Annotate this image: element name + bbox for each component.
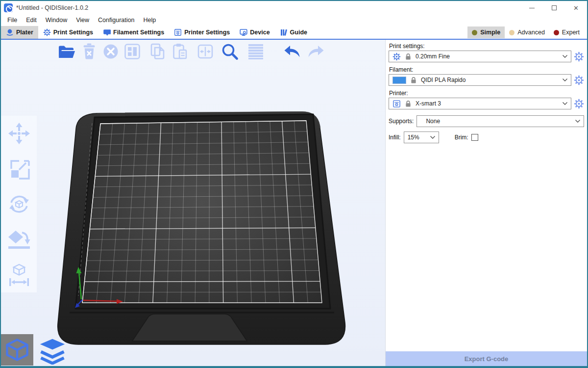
mode-selector: Simple Advanced Expert: [467, 26, 587, 39]
top-toolbar: [1, 42, 385, 62]
export-gcode-button[interactable]: Export G-code: [386, 351, 587, 366]
title-bar: *Untitled - QIDISlicer-1.0.2 ✕: [1, 1, 587, 15]
close-icon: ✕: [573, 4, 579, 12]
print-settings-combo[interactable]: 0.20mm Fine: [389, 51, 571, 62]
place-on-face-gizmo-button[interactable]: [7, 228, 31, 251]
filament-edit-button[interactable]: [574, 75, 584, 85]
mode-label: Simple: [480, 29, 500, 36]
expert-dot-icon: [554, 30, 559, 35]
mode-label: Advanced: [517, 29, 545, 36]
close-button[interactable]: ✕: [565, 1, 587, 15]
lock-icon: [410, 77, 417, 84]
measure-icon: [7, 263, 31, 287]
tab-print-settings[interactable]: Print Settings: [38, 26, 98, 39]
gear-icon: [574, 52, 584, 62]
tab-bar: Plater Print Settings Filament Settings …: [1, 26, 587, 40]
menu-help[interactable]: Help: [139, 15, 160, 26]
tab-filament-settings[interactable]: Filament Settings: [98, 26, 169, 39]
guide-icon: [280, 28, 288, 36]
printer-combo[interactable]: X-smart 3: [389, 98, 571, 109]
mode-expert[interactable]: Expert: [549, 26, 584, 38]
tab-guide[interactable]: Guide: [275, 26, 312, 39]
maximize-icon: [552, 5, 557, 10]
printer-value: X-smart 3: [416, 100, 558, 107]
chevron-down-icon: [562, 78, 568, 82]
open-folder-icon: [57, 42, 76, 61]
chevron-down-icon: [430, 135, 436, 139]
tab-device[interactable]: Device: [235, 26, 274, 39]
undo-icon: [283, 42, 302, 61]
arrange-icon: [122, 42, 142, 61]
brim-checkbox[interactable]: [471, 134, 478, 141]
print-settings-label: Print settings:: [389, 43, 584, 50]
menu-view[interactable]: View: [72, 15, 94, 26]
paste-button[interactable]: [170, 42, 190, 61]
infill-value: 15%: [408, 134, 430, 141]
measure-gizmo-button[interactable]: [7, 263, 31, 287]
scale-gizmo-button[interactable]: [7, 157, 31, 181]
lock-icon: [405, 53, 412, 60]
advanced-dot-icon: [509, 30, 514, 35]
tab-printer-settings[interactable]: Printer Settings: [169, 26, 235, 39]
tab-label: Printer Settings: [184, 29, 230, 36]
scale-icon: [7, 157, 31, 181]
print-settings-edit-button[interactable]: [574, 52, 584, 62]
gear-icon: [43, 28, 51, 36]
lock-icon: [405, 100, 412, 107]
arrange-button[interactable]: [122, 42, 142, 61]
menu-bar: File Edit Window View Configuration Help: [1, 15, 587, 26]
printer-icon: [174, 28, 182, 36]
supports-label: Supports:: [389, 118, 414, 125]
menu-file[interactable]: File: [3, 15, 22, 26]
layers-icon: [38, 338, 67, 365]
tab-label: Guide: [290, 29, 307, 36]
chevron-down-icon: [562, 102, 568, 105]
undo-button[interactable]: [283, 42, 302, 61]
fill-bed-button[interactable]: [196, 42, 215, 61]
maximize-button[interactable]: [543, 1, 565, 15]
menu-edit[interactable]: Edit: [22, 15, 41, 26]
print-bed: [1, 40, 385, 366]
printer-label: Printer:: [389, 90, 584, 97]
rotate-gizmo-button[interactable]: [7, 192, 31, 216]
delete-icon: [79, 42, 99, 61]
tab-plater[interactable]: Plater: [1, 26, 38, 39]
device-icon: [240, 28, 247, 36]
menu-window[interactable]: Window: [41, 15, 72, 26]
redo-icon: [306, 42, 325, 61]
minimize-button[interactable]: [521, 1, 543, 15]
window-title: *Untitled - QIDISlicer-1.0.2: [16, 4, 88, 11]
move-icon: [7, 122, 31, 145]
infill-select[interactable]: 15%: [404, 131, 439, 143]
open-button[interactable]: [57, 42, 76, 61]
filament-color-swatch: [392, 77, 406, 84]
minimize-icon: [529, 8, 535, 8]
chevron-down-icon: [575, 119, 581, 123]
tab-label: Plater: [16, 29, 33, 36]
gear-icon: [574, 75, 584, 85]
tab-label: Filament Settings: [113, 29, 164, 36]
rotate-icon: [7, 192, 31, 216]
view-toggle-bar: [1, 333, 68, 366]
search-icon: [220, 42, 240, 61]
viewport-3d[interactable]: [1, 40, 385, 366]
mode-advanced[interactable]: Advanced: [505, 26, 549, 38]
copy-button[interactable]: [148, 42, 168, 61]
menu-configuration[interactable]: Configuration: [94, 15, 139, 26]
simple-dot-icon: [472, 30, 477, 35]
printer-edit-button[interactable]: [574, 99, 584, 109]
delete-button[interactable]: [79, 42, 99, 61]
redo-button[interactable]: [306, 42, 325, 61]
supports-select[interactable]: None: [416, 115, 584, 127]
preview-view-button[interactable]: [37, 337, 68, 366]
move-gizmo-button[interactable]: [7, 122, 31, 145]
search-button[interactable]: [220, 42, 240, 61]
editor-3d-view-button[interactable]: [1, 334, 33, 366]
variable-layer-height-button[interactable]: [246, 42, 266, 61]
filament-icon: [103, 28, 111, 36]
copy-icon: [148, 42, 168, 61]
delete-all-button[interactable]: [101, 42, 121, 61]
filament-combo[interactable]: QIDI PLA Rapido: [389, 74, 571, 86]
mode-simple[interactable]: Simple: [467, 26, 505, 38]
settings-panel: Print settings: 0.20mm Fine Filament: QI…: [385, 40, 587, 366]
